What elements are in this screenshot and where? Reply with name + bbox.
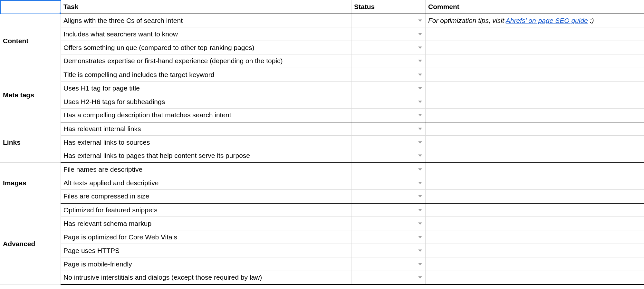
status-dropdown-cell[interactable]: [351, 54, 426, 68]
checklist-table[interactable]: TaskStatusCommentContentAligns with the …: [0, 0, 644, 285]
comment-cell[interactable]: [426, 217, 644, 230]
category-cell[interactable]: Content: [0, 14, 61, 68]
task-cell[interactable]: Aligns with the three Cs of search inten…: [61, 14, 351, 27]
comment-cell[interactable]: [426, 41, 644, 54]
comment-cell[interactable]: [426, 244, 644, 257]
comment-cell[interactable]: [426, 27, 644, 41]
chevron-down-icon: [418, 155, 422, 157]
task-cell[interactable]: Has external links to sources: [61, 136, 351, 149]
chevron-down-icon: [418, 114, 422, 116]
chevron-down-icon: [418, 141, 422, 143]
chevron-down-icon: [418, 263, 422, 265]
status-dropdown-cell[interactable]: [351, 244, 426, 257]
task-cell[interactable]: Page uses HTTPS: [61, 244, 351, 257]
comment-cell[interactable]: [426, 122, 644, 136]
comment-cell[interactable]: [426, 136, 644, 149]
cell-a1[interactable]: [0, 0, 61, 14]
chevron-down-icon: [418, 168, 422, 170]
status-dropdown-cell[interactable]: [351, 14, 426, 27]
task-cell[interactable]: Alt texts applied and descriptive: [61, 176, 351, 190]
comment-cell[interactable]: [426, 68, 644, 82]
task-cell[interactable]: Has relevant internal links: [61, 122, 351, 136]
comment-text: :): [588, 17, 594, 24]
status-dropdown-cell[interactable]: [351, 122, 426, 136]
category-cell[interactable]: Advanced: [0, 203, 61, 284]
task-cell[interactable]: No intrusive interstitials and dialogs (…: [61, 271, 351, 284]
chevron-down-icon: [418, 276, 422, 279]
chevron-down-icon: [418, 60, 422, 62]
status-dropdown-cell[interactable]: [351, 82, 426, 95]
chevron-down-icon: [418, 19, 422, 22]
header-comment[interactable]: Comment: [426, 0, 644, 14]
chevron-down-icon: [418, 222, 422, 225]
status-dropdown-cell[interactable]: [351, 68, 426, 82]
task-cell[interactable]: Optimized for featured snippets: [61, 203, 351, 217]
status-dropdown-cell[interactable]: [351, 203, 426, 217]
task-cell[interactable]: Page is optimized for Core Web Vitals: [61, 230, 351, 244]
status-dropdown-cell[interactable]: [351, 163, 426, 176]
task-cell[interactable]: File names are descriptive: [61, 163, 351, 176]
chevron-down-icon: [418, 182, 422, 184]
header-status[interactable]: Status: [351, 0, 426, 14]
task-cell[interactable]: Uses H2-H6 tags for subheadings: [61, 95, 351, 109]
status-dropdown-cell[interactable]: [351, 271, 426, 284]
comment-cell[interactable]: [426, 54, 644, 68]
status-dropdown-cell[interactable]: [351, 217, 426, 230]
chevron-down-icon: [418, 33, 422, 35]
status-dropdown-cell[interactable]: [351, 136, 426, 149]
task-cell[interactable]: Title is compelling and includes the tar…: [61, 68, 351, 82]
task-cell[interactable]: Demonstrates expertise or first-hand exp…: [61, 54, 351, 68]
task-cell[interactable]: Has external links to pages that help co…: [61, 149, 351, 163]
comment-cell[interactable]: [426, 271, 644, 284]
comment-cell[interactable]: [426, 176, 644, 190]
comment-cell[interactable]: [426, 190, 644, 203]
comment-cell[interactable]: For optimization tips, visit Ahrefs' on-…: [426, 14, 644, 27]
comment-cell[interactable]: [426, 203, 644, 217]
header-task[interactable]: Task: [61, 0, 351, 14]
chevron-down-icon: [418, 195, 422, 197]
category-cell[interactable]: Links: [0, 122, 61, 163]
chevron-down-icon: [418, 249, 422, 252]
task-cell[interactable]: Page is mobile-friendly: [61, 257, 351, 271]
category-cell[interactable]: Meta tags: [0, 68, 61, 122]
status-dropdown-cell[interactable]: [351, 95, 426, 109]
status-dropdown-cell[interactable]: [351, 176, 426, 190]
comment-cell[interactable]: [426, 230, 644, 244]
task-cell[interactable]: Offers something unique (compared to oth…: [61, 41, 351, 54]
task-cell[interactable]: Uses H1 tag for page title: [61, 82, 351, 95]
task-cell[interactable]: Has relevant schema markup: [61, 217, 351, 230]
selection-handle[interactable]: [59, 12, 61, 14]
category-cell[interactable]: Images: [0, 163, 61, 203]
comment-cell[interactable]: [426, 109, 644, 122]
status-dropdown-cell[interactable]: [351, 41, 426, 54]
status-dropdown-cell[interactable]: [351, 190, 426, 203]
comment-cell[interactable]: [426, 257, 644, 271]
comment-cell[interactable]: [426, 95, 644, 109]
status-dropdown-cell[interactable]: [351, 149, 426, 163]
task-cell[interactable]: Files are compressed in size: [61, 190, 351, 203]
comment-link[interactable]: Ahrefs' on-page SEO guide: [506, 17, 588, 24]
status-dropdown-cell[interactable]: [351, 230, 426, 244]
comment-cell[interactable]: [426, 82, 644, 95]
task-cell[interactable]: Includes what searchers want to know: [61, 27, 351, 41]
task-cell[interactable]: Has a compelling description that matche…: [61, 109, 351, 122]
status-dropdown-cell[interactable]: [351, 257, 426, 271]
comment-cell[interactable]: [426, 163, 644, 176]
chevron-down-icon: [418, 46, 422, 49]
chevron-down-icon: [418, 128, 422, 130]
chevron-down-icon: [418, 87, 422, 89]
chevron-down-icon: [418, 101, 422, 103]
status-dropdown-cell[interactable]: [351, 109, 426, 122]
chevron-down-icon: [418, 73, 422, 76]
status-dropdown-cell[interactable]: [351, 27, 426, 41]
comment-text: For optimization tips, visit: [428, 17, 506, 24]
chevron-down-icon: [418, 236, 422, 238]
comment-cell[interactable]: [426, 149, 644, 163]
chevron-down-icon: [418, 209, 422, 211]
